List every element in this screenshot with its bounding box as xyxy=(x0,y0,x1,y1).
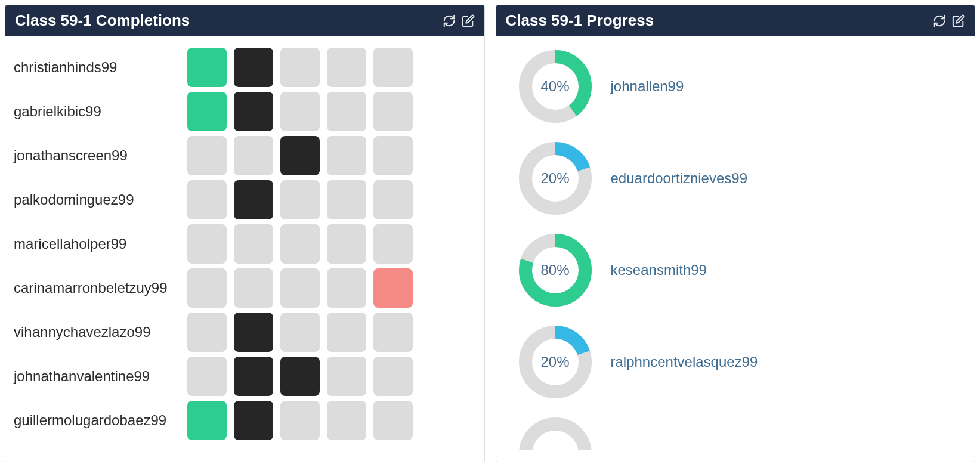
progress-row: 20%eduardoortiznieves99 xyxy=(505,140,967,217)
progress-name[interactable]: ralphncentvelasquez99 xyxy=(611,354,758,370)
completion-name[interactable]: palkodominguez99 xyxy=(14,191,184,208)
completion-cell[interactable] xyxy=(327,224,366,264)
completion-cell[interactable] xyxy=(234,92,273,131)
completion-cell[interactable] xyxy=(327,136,366,175)
completion-cell[interactable] xyxy=(187,92,227,131)
refresh-icon[interactable] xyxy=(443,14,456,27)
completion-cell[interactable] xyxy=(373,48,413,87)
completion-cell[interactable] xyxy=(234,268,273,308)
progress-name[interactable]: keseansmith99 xyxy=(611,262,707,279)
completions-body: christianhinds99gabrielkibic99jonathansc… xyxy=(5,36,484,462)
completion-cell[interactable] xyxy=(280,180,320,219)
completion-row: gabrielkibic99 xyxy=(14,92,476,131)
completion-cell[interactable] xyxy=(280,268,320,308)
completions-header-actions xyxy=(443,14,475,27)
completion-cell[interactable] xyxy=(373,313,413,352)
completion-cell[interactable] xyxy=(187,357,227,396)
progress-donut: 20% xyxy=(517,323,594,401)
completion-name[interactable]: vihannychavezlazo99 xyxy=(14,324,184,341)
completion-row: carinamarronbeletzuy99 xyxy=(14,268,476,308)
progress-header: Class 59-1 Progress xyxy=(496,5,975,36)
progress-name[interactable]: johnallen99 xyxy=(611,78,684,95)
completion-cell[interactable] xyxy=(373,401,413,440)
completion-cell[interactable] xyxy=(234,224,273,264)
refresh-icon[interactable] xyxy=(933,14,946,27)
progress-panel: Class 59-1 Progress 40%johnallen99 20%ed xyxy=(496,5,976,462)
progress-pct-label: 80% xyxy=(540,262,569,279)
progress-row: 20%ralphncentvelasquez99 xyxy=(505,323,967,401)
completions-panel: Class 59-1 Completions christianhinds99g… xyxy=(5,5,485,462)
completion-cell[interactable] xyxy=(234,313,273,352)
completion-cell[interactable] xyxy=(373,224,413,264)
completion-cell[interactable] xyxy=(187,224,227,264)
completion-cell[interactable] xyxy=(327,48,366,87)
completion-row: johnathanvalentine99 xyxy=(14,357,476,396)
completion-cell[interactable] xyxy=(187,180,227,219)
completion-cell[interactable] xyxy=(280,136,320,175)
completion-cell[interactable] xyxy=(327,401,366,440)
completion-name[interactable]: guillermolugardobaez99 xyxy=(14,412,184,429)
completion-cell[interactable] xyxy=(187,313,227,352)
completion-cell[interactable] xyxy=(234,48,273,87)
completion-cell[interactable] xyxy=(280,401,320,440)
completion-row: palkodominguez99 xyxy=(14,180,476,219)
completion-cell[interactable] xyxy=(373,268,413,308)
completion-cell[interactable] xyxy=(187,401,227,440)
progress-donut: 40% xyxy=(517,48,594,125)
completion-name[interactable]: carinamarronbeletzuy99 xyxy=(14,280,184,296)
completion-name[interactable]: johnathanvalentine99 xyxy=(14,368,184,385)
completion-cell[interactable] xyxy=(327,357,366,396)
completion-cell[interactable] xyxy=(280,92,320,131)
completion-cell[interactable] xyxy=(373,180,413,219)
completion-cell[interactable] xyxy=(327,180,366,219)
progress-pct-label: 20% xyxy=(540,354,569,370)
progress-pct-label: 40% xyxy=(540,78,569,95)
completion-cell[interactable] xyxy=(280,224,320,264)
progress-row: 40%johnallen99 xyxy=(505,48,967,125)
progress-donut: 80% xyxy=(517,231,594,309)
progress-row: 80%keseansmith99 xyxy=(505,231,967,309)
completion-cell[interactable] xyxy=(373,92,413,131)
completion-name[interactable]: jonathanscreen99 xyxy=(14,147,184,164)
progress-donut: 20% xyxy=(517,140,594,217)
completion-cell[interactable] xyxy=(187,136,227,175)
progress-name[interactable]: eduardoortiznieves99 xyxy=(611,170,748,187)
completion-cell[interactable] xyxy=(234,357,273,396)
completion-row: guillermolugardobaez99 xyxy=(14,401,476,440)
completion-cell[interactable] xyxy=(327,268,366,308)
completions-title: Class 59-1 Completions xyxy=(15,11,190,30)
completion-cell[interactable] xyxy=(280,357,320,396)
completion-name[interactable]: maricellaholper99 xyxy=(14,236,184,252)
completion-cell[interactable] xyxy=(280,48,320,87)
completion-name[interactable]: gabrielkibic99 xyxy=(14,103,184,120)
completion-cell[interactable] xyxy=(234,401,273,440)
svg-point-8 xyxy=(525,424,585,450)
completion-cell[interactable] xyxy=(280,313,320,352)
completion-cell[interactable] xyxy=(373,136,413,175)
progress-pct-label: 20% xyxy=(540,170,569,187)
completions-header: Class 59-1 Completions xyxy=(5,5,484,36)
edit-icon[interactable] xyxy=(952,14,965,27)
progress-title: Class 59-1 Progress xyxy=(506,11,654,30)
completion-cell[interactable] xyxy=(373,357,413,396)
completion-row: jonathanscreen99 xyxy=(14,136,476,175)
completion-cell[interactable] xyxy=(187,268,227,308)
completion-cell[interactable] xyxy=(327,92,366,131)
progress-body: 40%johnallen99 20%eduardoortiznieves99 8… xyxy=(496,36,975,462)
completion-cell[interactable] xyxy=(327,313,366,352)
completion-name[interactable]: christianhinds99 xyxy=(14,59,184,76)
completion-cell[interactable] xyxy=(187,48,227,87)
edit-icon[interactable] xyxy=(462,14,475,27)
completion-row: maricellaholper99 xyxy=(14,224,476,264)
progress-header-actions xyxy=(933,14,965,27)
completion-row: christianhinds99 xyxy=(14,48,476,87)
progress-donut xyxy=(517,415,594,450)
completion-cell[interactable] xyxy=(234,136,273,175)
progress-row-partial xyxy=(505,415,967,450)
completion-cell[interactable] xyxy=(234,180,273,219)
completion-row: vihannychavezlazo99 xyxy=(14,313,476,352)
